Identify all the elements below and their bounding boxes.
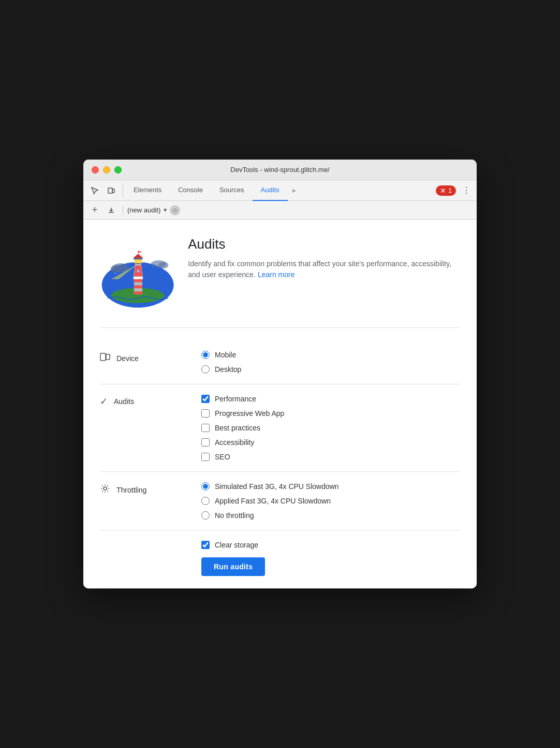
main-content: Audits Identify and fix common problems … bbox=[83, 220, 477, 588]
clear-storage-option[interactable]: Clear storage bbox=[201, 541, 460, 549]
throttling-simulated-radio[interactable] bbox=[201, 482, 210, 491]
gear-icon bbox=[100, 483, 110, 496]
audit-pwa-checkbox[interactable] bbox=[201, 409, 210, 418]
svg-marker-29 bbox=[138, 251, 142, 253]
throttling-section: Throttling Simulated Fast 3G, 4x CPU Slo… bbox=[100, 472, 460, 530]
throttling-applied-radio[interactable] bbox=[201, 497, 210, 505]
device-mobile-option[interactable]: Mobile bbox=[201, 351, 241, 359]
svg-point-33 bbox=[104, 487, 107, 490]
throttling-options: Simulated Fast 3G, 4x CPU Slowdown Appli… bbox=[201, 482, 339, 520]
audits-section: ✓ Audits Performance Progressive Web App… bbox=[100, 384, 460, 472]
audit-seo-checkbox[interactable] bbox=[201, 453, 210, 461]
inspect-icon[interactable] bbox=[87, 183, 102, 198]
device-desktop-option[interactable]: Desktop bbox=[201, 365, 241, 373]
audit-selector-label: (new audit) bbox=[127, 206, 160, 214]
svg-rect-26 bbox=[134, 263, 143, 264]
device-section: Device Mobile Desktop bbox=[100, 340, 460, 384]
download-button[interactable] bbox=[104, 203, 119, 218]
audit-best-practices-checkbox[interactable] bbox=[201, 424, 210, 432]
error-icon: ✕ bbox=[440, 186, 446, 195]
error-badge[interactable]: ✕ 1 bbox=[436, 185, 456, 196]
audit-performance-checkbox[interactable] bbox=[201, 395, 210, 403]
audit-seo-option[interactable]: SEO bbox=[201, 453, 284, 461]
svg-rect-32 bbox=[106, 354, 110, 359]
checkmark-icon: ✓ bbox=[100, 396, 108, 407]
device-desktop-radio[interactable] bbox=[201, 365, 210, 373]
audits-label: ✓ Audits bbox=[100, 395, 193, 407]
tab-bar: Elements Console Sources Audits » ✕ 1 ⋮ bbox=[83, 180, 477, 201]
svg-point-5 bbox=[149, 252, 150, 253]
close-button[interactable] bbox=[92, 166, 99, 174]
title-bar: DevTools - wind-sprout.glitch.me/ bbox=[83, 160, 477, 180]
devtools-window: DevTools - wind-sprout.glitch.me/ Elemen… bbox=[83, 160, 477, 588]
device-label: Device bbox=[100, 351, 193, 365]
device-mobile-radio[interactable] bbox=[201, 351, 210, 359]
svg-point-7 bbox=[114, 273, 115, 274]
device-icon bbox=[100, 352, 110, 365]
throttling-none-option[interactable]: No throttling bbox=[201, 511, 339, 520]
device-options: Mobile Desktop bbox=[201, 351, 241, 373]
svg-rect-25 bbox=[134, 258, 143, 260]
run-audits-button[interactable]: Run audits bbox=[201, 557, 265, 576]
minimize-button[interactable] bbox=[103, 166, 110, 174]
tab-console[interactable]: Console bbox=[170, 180, 211, 201]
svg-rect-30 bbox=[137, 270, 140, 272]
svg-marker-27 bbox=[133, 254, 143, 258]
svg-point-3 bbox=[118, 262, 120, 263]
secondary-toolbar: + (new audit) ▼ ⊘ bbox=[83, 201, 477, 220]
hero-section: Audits Identify and fix common problems … bbox=[100, 232, 460, 328]
throttling-label: Throttling bbox=[100, 482, 193, 496]
tab-audits[interactable]: Audits bbox=[253, 180, 288, 201]
hero-text: Audits Identify and fix common problems … bbox=[188, 232, 460, 280]
learn-more-link[interactable]: Learn more bbox=[258, 270, 295, 279]
svg-rect-20 bbox=[134, 291, 142, 294]
svg-rect-24 bbox=[135, 259, 142, 264]
throttling-simulated-option[interactable]: Simulated Fast 3G, 4x CPU Slowdown bbox=[201, 482, 339, 491]
svg-point-8 bbox=[164, 269, 165, 270]
maximize-button[interactable] bbox=[114, 166, 122, 174]
toolbar-divider bbox=[123, 205, 123, 215]
svg-rect-19 bbox=[134, 285, 142, 289]
more-options-button[interactable]: ⋮ bbox=[460, 184, 473, 197]
svg-point-12 bbox=[110, 265, 121, 273]
device-toolbar-icon[interactable] bbox=[104, 183, 119, 198]
throttling-none-radio[interactable] bbox=[201, 511, 210, 520]
hero-description: Identify and fix common problems that af… bbox=[188, 258, 460, 280]
svg-point-9 bbox=[158, 254, 159, 255]
add-audit-button[interactable]: + bbox=[87, 203, 102, 218]
svg-point-14 bbox=[158, 262, 168, 268]
audit-accessibility-option[interactable]: Accessibility bbox=[201, 438, 284, 447]
svg-point-10 bbox=[134, 250, 134, 251]
tabs: Elements Console Sources Audits » bbox=[125, 180, 436, 201]
tab-sources[interactable]: Sources bbox=[211, 180, 253, 201]
cancel-audit-button[interactable]: ⊘ bbox=[170, 205, 180, 215]
chevron-down-icon: ▼ bbox=[163, 207, 168, 213]
audits-options: Performance Progressive Web App Best pra… bbox=[201, 395, 284, 461]
lighthouse-illustration bbox=[100, 232, 175, 315]
tab-bar-right: ✕ 1 ⋮ bbox=[436, 184, 473, 197]
window-title: DevTools - wind-sprout.glitch.me/ bbox=[230, 166, 329, 174]
tab-bar-icons bbox=[87, 183, 123, 198]
svg-rect-1 bbox=[112, 189, 114, 193]
clear-storage-checkbox[interactable] bbox=[201, 541, 210, 549]
hero-title: Audits bbox=[188, 236, 460, 252]
throttling-applied-option[interactable]: Applied Fast 3G, 4x CPU Slowdown bbox=[201, 497, 339, 505]
svg-point-4 bbox=[128, 254, 129, 255]
tab-more-button[interactable]: » bbox=[288, 180, 300, 201]
audit-pwa-option[interactable]: Progressive Web App bbox=[201, 409, 284, 418]
svg-rect-31 bbox=[100, 353, 106, 361]
bottom-section: Clear storage Run audits bbox=[100, 530, 460, 576]
audit-performance-option[interactable]: Performance bbox=[201, 395, 284, 403]
audit-accessibility-checkbox[interactable] bbox=[201, 438, 210, 447]
audit-best-practices-option[interactable]: Best practices bbox=[201, 424, 284, 432]
svg-rect-0 bbox=[108, 188, 112, 193]
error-count: 1 bbox=[448, 187, 452, 194]
tab-elements[interactable]: Elements bbox=[125, 180, 170, 201]
audit-selector[interactable]: (new audit) ▼ bbox=[127, 206, 168, 214]
traffic-lights bbox=[92, 166, 122, 174]
svg-rect-18 bbox=[134, 279, 142, 282]
